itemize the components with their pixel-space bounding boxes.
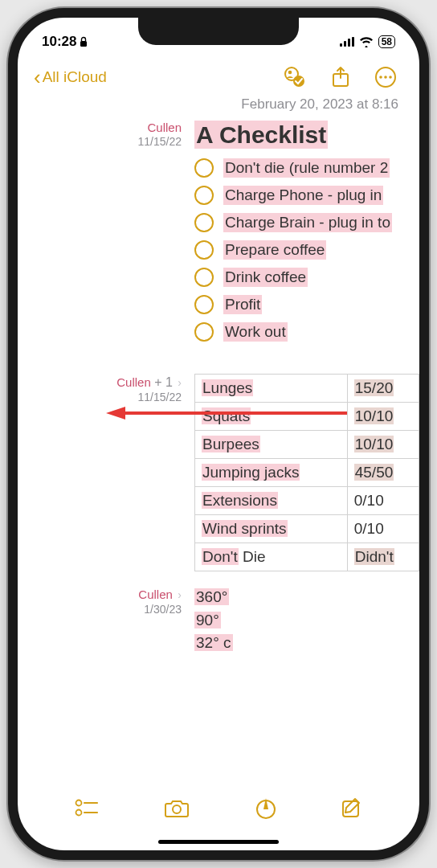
exercise-value-cell[interactable]: Didn't — [347, 543, 419, 571]
svg-rect-0 — [80, 41, 87, 47]
checkbox-circle[interactable] — [194, 322, 214, 342]
checklist-item[interactable]: Profit — [194, 295, 419, 314]
edit-block-table: Cullen + 1 › 11/15/22 Lunges15/20Squats1… — [34, 374, 419, 571]
nav-bar: ‹ All iCloud — [18, 58, 419, 93]
compose-icon[interactable] — [341, 797, 362, 818]
checklist-icon[interactable] — [75, 798, 99, 817]
checklist-text: Work out — [223, 322, 288, 342]
attribution-date: 11/15/22 — [34, 135, 182, 148]
lock-icon — [80, 36, 88, 47]
exercise-value-cell[interactable]: 45/50 — [347, 459, 419, 487]
temp-value: 32° c — [194, 634, 233, 651]
table-row[interactable]: Squats10/10 — [195, 403, 419, 431]
edit-block-text: Cullen › 1/30/23 360°90°32° c — [34, 586, 419, 655]
checklist[interactable]: Don't die (rule number 2Charge Phone - p… — [194, 158, 419, 342]
temp-value: 90° — [194, 612, 221, 628]
home-indicator[interactable] — [158, 840, 279, 844]
table-row[interactable]: Extensions0/10 — [195, 487, 419, 515]
edit-block-checklist: Cullen 11/15/22 A Checklist Don't die (r… — [34, 119, 419, 350]
checklist-item[interactable]: Don't die (rule number 2 — [194, 158, 419, 178]
exercise-name-cell[interactable]: Jumping jacks — [195, 459, 348, 487]
svg-point-6 — [379, 76, 382, 79]
table-row[interactable]: Jumping jacks45/50 — [195, 459, 419, 487]
checklist-item[interactable]: Prepare coffee — [194, 240, 419, 260]
battery-indicator: 58 — [378, 35, 395, 48]
svg-point-12 — [76, 810, 81, 816]
status-time: 10:28 — [42, 34, 76, 50]
attribution-author: Cullen — [116, 375, 151, 389]
attribution-date: 1/30/23 — [34, 603, 182, 616]
note-content[interactable]: Cullen 11/15/22 A Checklist Don't die (r… — [18, 119, 419, 669]
back-label: All iCloud — [43, 68, 107, 86]
bottom-toolbar — [18, 788, 419, 839]
attribution[interactable]: Cullen 11/15/22 — [34, 119, 194, 350]
table-row[interactable]: Wind sprints0/10 — [195, 515, 419, 543]
back-button[interactable]: ‹ All iCloud — [34, 67, 107, 88]
chevron-left-icon: ‹ — [34, 67, 41, 88]
exercise-value-cell[interactable]: 0/10 — [347, 487, 419, 515]
checklist-text: Charge Phone - plug in — [223, 186, 383, 205]
checklist-item[interactable]: Charge Phone - plug in — [194, 186, 419, 205]
svg-point-8 — [389, 76, 392, 79]
exercise-value-cell[interactable]: 0/10 — [347, 515, 419, 543]
checklist-text: Charge Brain - plug in to — [223, 213, 392, 232]
svg-point-7 — [384, 76, 387, 79]
checkbox-circle[interactable] — [194, 240, 214, 260]
temperature-lines[interactable]: 360°90°32° c — [194, 586, 419, 655]
checklist-text: Prepare coffee — [223, 240, 326, 260]
checkbox-circle[interactable] — [194, 158, 214, 178]
temp-value: 360° — [194, 588, 229, 605]
table-row[interactable]: Burpees10/10 — [195, 431, 419, 459]
checklist-item[interactable]: Work out — [194, 322, 419, 342]
attribution-date: 11/15/22 — [34, 391, 182, 403]
camera-icon[interactable] — [164, 797, 190, 818]
svg-point-2 — [288, 71, 292, 75]
checklist-text: Drink coffee — [223, 268, 308, 287]
attribution-plus: + 1 — [154, 375, 173, 389]
attribution-author: Cullen — [34, 121, 182, 134]
attribution-author: Cullen — [138, 588, 173, 601]
exercise-value-cell[interactable]: 10/10 — [347, 403, 419, 431]
cellular-signal-icon — [340, 37, 354, 47]
checkbox-circle[interactable] — [194, 213, 214, 232]
exercise-name-cell[interactable]: Squats — [195, 403, 348, 431]
exercise-table[interactable]: Lunges15/20Squats10/10Burpees10/10Jumpin… — [194, 374, 419, 571]
exercise-name-cell[interactable]: Burpees — [195, 431, 348, 459]
notch — [138, 18, 299, 45]
checklist-text: Profit — [223, 295, 262, 314]
table-row[interactable]: Lunges15/20 — [195, 375, 419, 403]
checklist-item[interactable]: Drink coffee — [194, 268, 419, 287]
table-row[interactable]: Don't DieDidn't — [195, 543, 419, 571]
share-icon[interactable] — [331, 66, 350, 88]
checklist-text: Don't die (rule number 2 — [223, 158, 390, 178]
markup-icon[interactable] — [255, 796, 276, 820]
wifi-icon — [359, 36, 374, 47]
exercise-name-cell[interactable]: Lunges — [195, 375, 348, 403]
checkbox-circle[interactable] — [194, 268, 214, 287]
attribution[interactable]: Cullen + 1 › 11/15/22 — [34, 374, 194, 571]
exercise-value-cell[interactable]: 10/10 — [347, 431, 419, 459]
exercise-name-cell[interactable]: Wind sprints — [195, 515, 348, 543]
checkbox-circle[interactable] — [194, 186, 214, 205]
svg-point-15 — [173, 805, 181, 813]
exercise-value-cell[interactable]: 15/20 — [347, 375, 419, 403]
exercise-name-cell[interactable]: Don't Die — [195, 543, 348, 571]
exercise-name-cell[interactable]: Extensions — [195, 487, 348, 515]
checkbox-circle[interactable] — [194, 295, 214, 314]
phone-frame: 10:28 58 ‹ All iCloud — [8, 8, 429, 860]
collaborate-icon[interactable] — [283, 67, 307, 88]
more-icon[interactable] — [374, 66, 397, 88]
checklist-item[interactable]: Charge Brain - plug in to — [194, 213, 419, 232]
chevron-right-icon: › — [178, 376, 182, 389]
note-timestamp: February 20, 2023 at 8:16 — [18, 93, 419, 119]
attribution[interactable]: Cullen › 1/30/23 — [34, 586, 194, 655]
note-title[interactable]: A Checklist — [194, 121, 328, 149]
chevron-right-icon: › — [178, 588, 182, 601]
svg-point-11 — [76, 800, 81, 806]
